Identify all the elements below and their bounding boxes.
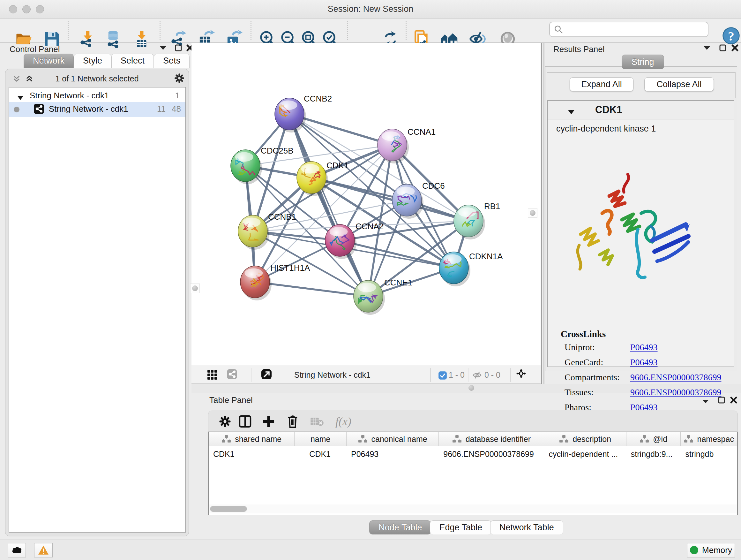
panel-menu-icon[interactable]	[158, 43, 169, 53]
table-cell[interactable]: 9606.ENSP00000378699	[439, 447, 544, 461]
close-panel-icon[interactable]	[730, 43, 740, 53]
search-input[interactable]	[563, 25, 708, 34]
crosslink-link[interactable]: P06493	[630, 342, 658, 353]
selected-checkbox-icon[interactable]	[437, 371, 448, 380]
table-panel: Table Panel	[192, 393, 741, 540]
column-header-namespac[interactable]: namespac	[681, 432, 737, 446]
table-cell[interactable]: stringdb:9...	[626, 447, 681, 461]
tab-node-table[interactable]: Node Table	[369, 520, 431, 535]
column-header-shared-name[interactable]: shared name	[209, 432, 294, 446]
network-selection-status: 1 of 1 Network selected	[5, 74, 189, 83]
collapse-card-icon[interactable]	[566, 107, 577, 117]
network-graph[interactable]: CCNB2CCNA1CDC25BCDK1CDC6RB1CCNB1CCNA2CDK…	[192, 43, 541, 366]
right-splitter-grip[interactable]	[528, 208, 537, 218]
float-panel-icon[interactable]	[716, 395, 727, 405]
table-cell[interactable]: cyclin-dependent ...	[544, 447, 626, 461]
tab-network-table[interactable]: Network Table	[490, 520, 563, 535]
column-header-name[interactable]: name	[294, 432, 347, 446]
hidden-eye-icon[interactable]	[472, 370, 482, 380]
control-panel: Control Panel NetworkStyleSelectSets 1 o…	[3, 43, 191, 538]
network-nodes[interactable]: CCNB2CCNA1CDC25BCDK1CDC6RB1CCNB1CCNA2CDK…	[231, 94, 503, 315]
node-table: shared namenamecanonical namedatabase id…	[208, 432, 738, 515]
column-header-description[interactable]: description	[544, 432, 626, 446]
float-panel-icon[interactable]	[173, 43, 184, 53]
float-panel-icon[interactable]	[718, 43, 728, 53]
column-type-icon	[639, 435, 649, 443]
column-header-canonical-name[interactable]: canonical name	[347, 432, 439, 446]
cloud-button[interactable]	[8, 543, 26, 557]
network-row-selected[interactable]: String Network - cdk1 11 48	[9, 102, 185, 117]
edge-HIST1H1A-CCNE1[interactable]	[255, 282, 368, 296]
tab-network[interactable]: Network	[23, 54, 74, 68]
detach-view-icon[interactable]	[261, 369, 272, 379]
delete-table-icon[interactable]	[310, 416, 324, 427]
table-settings-gear-icon[interactable]	[219, 415, 231, 428]
left-splitter-grip[interactable]	[190, 284, 200, 293]
node-CDK1[interactable]: CDK1	[297, 161, 348, 196]
main-toolbar: ?	[0, 18, 741, 43]
expand-all-button[interactable]: Expand All	[569, 77, 633, 91]
node-label-CCNA1: CCNA1	[408, 127, 435, 137]
add-column-icon[interactable]	[262, 415, 275, 428]
warnings-button[interactable]	[34, 543, 53, 557]
separator	[430, 368, 431, 382]
table-cell[interactable]: CDK1	[294, 447, 347, 461]
crosslink-label: Compartments:	[564, 372, 620, 382]
tab-edge-table[interactable]: Edge Table	[430, 520, 491, 535]
node-label-CDKN1A: CDKN1A	[469, 252, 503, 261]
table-data-row[interactable]: CDK1CDK1P064939606.ENSP00000378699cyclin…	[209, 447, 737, 461]
protein-name: CDK1	[595, 104, 622, 116]
toolbar-separator	[347, 21, 348, 40]
node-label-CCNE1: CCNE1	[384, 278, 412, 287]
node-gloss	[242, 218, 260, 227]
h-splitter-grip[interactable]	[467, 384, 476, 392]
collection-name: String Network - cdk1	[30, 91, 109, 101]
close-panel-icon[interactable]	[728, 395, 739, 405]
collection-expand-icon[interactable]	[15, 93, 26, 103]
node-HIST1H1A[interactable]: HIST1H1A	[240, 263, 310, 300]
node-label-CCNB1: CCNB1	[268, 212, 296, 222]
toolbar-separator	[159, 21, 160, 40]
network-edge-count: 48	[172, 104, 181, 114]
help-button[interactable]: ?	[722, 26, 740, 45]
separator	[251, 368, 252, 382]
table-cell[interactable]: stringdb	[681, 447, 737, 461]
tab-style[interactable]: Style	[74, 54, 111, 68]
results-panel-splitter[interactable]	[541, 43, 544, 384]
column-header--id[interactable]: @id	[626, 432, 681, 446]
column-header-database-identifier[interactable]: database identifier	[439, 432, 544, 446]
crosslink-link[interactable]: 9606.ENSP00000378699	[630, 372, 721, 382]
panel-menu-icon[interactable]	[701, 43, 712, 53]
node-CDKN1A[interactable]: CDKN1A	[439, 252, 503, 287]
crosslink-link[interactable]: P06493	[630, 357, 658, 368]
function-builder-icon[interactable]: f(x)	[335, 415, 351, 428]
tab-select[interactable]: Select	[111, 54, 154, 68]
table-cell[interactable]: CDK1	[209, 447, 294, 461]
selected-nodes-edges-count: 1 - 0	[449, 370, 465, 380]
scrollbar-thumb[interactable]	[210, 506, 247, 512]
protein-card-header[interactable]: CDK1	[548, 101, 734, 119]
panel-menu-icon[interactable]	[700, 396, 711, 406]
table-cell[interactable]: P06493	[347, 447, 439, 461]
network-canvas[interactable]: CCNB2CCNA1CDC25BCDK1CDC6RB1CCNB1CCNA2CDK…	[192, 43, 541, 366]
svg-text:?: ?	[728, 29, 734, 44]
collapse-all-button[interactable]: Collapse All	[644, 77, 714, 91]
pan-mode-icon[interactable]	[516, 369, 527, 378]
network-options-gear-icon[interactable]	[174, 73, 185, 83]
node-RB1[interactable]: RB1	[454, 201, 500, 240]
string-view-badge-icon[interactable]	[226, 369, 238, 379]
tab-string[interactable]: String	[622, 55, 664, 69]
show-columns-icon[interactable]	[239, 415, 252, 428]
memory-button[interactable]: Memory	[687, 543, 735, 557]
toolbar-separator	[406, 21, 407, 40]
tab-sets[interactable]: Sets	[154, 54, 190, 68]
delete-column-icon[interactable]	[286, 415, 299, 428]
table-toolbar: f(x)	[208, 411, 738, 432]
network-tab-content: 1 of 1 Network selected	[5, 69, 189, 537]
birds-eye-view-icon[interactable]	[207, 370, 218, 380]
network-collection-row[interactable]: String Network - cdk1 1	[9, 89, 185, 104]
network-node-count: 11	[157, 104, 165, 114]
node-gloss	[382, 132, 400, 141]
memory-label: Memory	[702, 545, 732, 555]
node-CCNE1[interactable]: CCNE1	[354, 278, 412, 315]
